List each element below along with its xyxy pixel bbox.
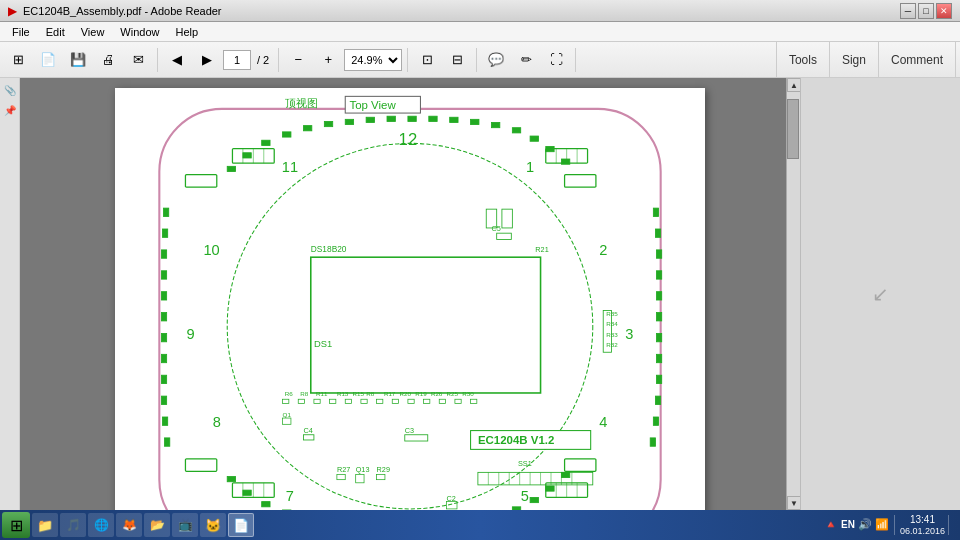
fit-page-button[interactable]: ⊡ <box>413 46 441 74</box>
taskbar-app-firefox[interactable]: 🦊 <box>116 513 142 537</box>
svg-rect-32 <box>243 490 251 495</box>
svg-text:R33: R33 <box>606 331 618 338</box>
svg-text:DS1: DS1 <box>314 338 332 349</box>
scroll-thumb[interactable] <box>787 99 799 159</box>
svg-rect-65 <box>656 292 661 300</box>
svg-rect-58 <box>161 396 166 404</box>
tray-icon-show-desktop[interactable] <box>948 515 954 535</box>
fit-width-button[interactable]: ⊟ <box>443 46 471 74</box>
toolbar-btn-2[interactable]: 📄 <box>34 46 62 74</box>
svg-rect-14 <box>243 153 251 158</box>
svg-rect-126 <box>377 474 385 479</box>
taskbar-app-tv[interactable]: 📺 <box>172 513 198 537</box>
menu-view[interactable]: View <box>73 22 113 41</box>
system-tray: 🔺 EN 🔊 📶 13:41 06.01.2016 <box>820 514 958 537</box>
tools-tab[interactable]: Tools <box>777 42 830 78</box>
toolbar-btn-1[interactable]: ⊞ <box>4 46 32 74</box>
svg-rect-124 <box>356 474 364 482</box>
zoom-select[interactable]: 24.9% 50% 100% <box>344 49 402 71</box>
svg-rect-118 <box>405 435 428 441</box>
svg-rect-31 <box>227 477 235 482</box>
sign-tab[interactable]: Sign <box>830 42 879 78</box>
zoom-out-button[interactable]: − <box>284 46 312 74</box>
svg-rect-108 <box>408 399 414 403</box>
comment-tab[interactable]: Comment <box>879 42 956 78</box>
nav-next-button[interactable]: ▶ <box>193 46 221 74</box>
toolbar-btn-3[interactable]: 💾 <box>64 46 92 74</box>
svg-rect-60 <box>165 438 170 446</box>
taskbar-app-cat[interactable]: 🐱 <box>200 513 226 537</box>
sidebar-icon-2[interactable]: 📌 <box>2 102 18 118</box>
svg-rect-112 <box>471 399 477 403</box>
svg-text:3: 3 <box>625 326 633 342</box>
right-panel: ↙ <box>800 78 960 510</box>
fullscreen-button[interactable]: ⛶ <box>542 46 570 74</box>
window-controls: ─ □ ✕ <box>900 3 952 19</box>
separator-1 <box>157 48 158 72</box>
svg-text:C5: C5 <box>491 224 500 233</box>
menu-window[interactable]: Window <box>112 22 167 41</box>
page-total: / 2 <box>253 54 273 66</box>
pdf-scrollbar: ▲ ▼ <box>786 78 800 510</box>
svg-text:9: 9 <box>187 326 195 342</box>
svg-text:R6: R6 <box>285 390 294 397</box>
taskbar-app-files[interactable]: 📂 <box>144 513 170 537</box>
svg-rect-76 <box>565 459 596 472</box>
svg-text:4: 4 <box>599 414 607 430</box>
tray-icon-volume[interactable]: 🔊 <box>858 518 872 531</box>
svg-text:11: 11 <box>282 159 298 175</box>
maximize-button[interactable]: □ <box>918 3 934 19</box>
tray-icon-network[interactable]: 📶 <box>875 518 889 531</box>
pdf-area: 12 1 2 3 4 5 6 7 8 9 10 <box>20 78 800 510</box>
nav-prev-button[interactable]: ◀ <box>163 46 191 74</box>
tray-icon-1[interactable]: 🔺 <box>824 518 838 531</box>
svg-text:R26: R26 <box>431 390 443 397</box>
svg-rect-107 <box>392 399 398 403</box>
menu-help[interactable]: Help <box>167 22 206 41</box>
title-bar: ▶ EC1204B_Assembly.pdf - Adobe Reader ─ … <box>0 0 960 22</box>
svg-rect-22 <box>408 116 416 121</box>
svg-rect-74 <box>565 175 596 188</box>
svg-text:5: 5 <box>521 488 529 504</box>
left-sidebar: 📎 📌 <box>0 78 20 510</box>
svg-rect-106 <box>377 399 383 403</box>
svg-rect-66 <box>656 313 661 321</box>
toolbar-btn-email[interactable]: ✉ <box>124 46 152 74</box>
minimize-button[interactable]: ─ <box>900 3 916 19</box>
svg-rect-63 <box>656 250 661 258</box>
taskbar-app-ie[interactable]: 🌐 <box>88 513 114 537</box>
svg-rect-20 <box>366 117 374 122</box>
menu-edit[interactable]: Edit <box>38 22 73 41</box>
start-button[interactable]: ⊞ <box>2 512 30 538</box>
svg-rect-28 <box>530 136 538 141</box>
language-indicator[interactable]: EN <box>841 519 855 530</box>
taskbar-app-media[interactable]: 🎵 <box>60 513 86 537</box>
svg-rect-18 <box>324 121 332 126</box>
svg-rect-82 <box>497 233 512 239</box>
markup-button[interactable]: ✏ <box>512 46 540 74</box>
clock: 13:41 06.01.2016 <box>900 514 945 537</box>
pdf-page: 12 1 2 3 4 5 6 7 8 9 10 <box>115 88 705 510</box>
svg-rect-110 <box>439 399 445 403</box>
svg-text:Q13: Q13 <box>356 465 370 474</box>
svg-text:DS18B20: DS18B20 <box>311 244 347 254</box>
page-number-input[interactable] <box>223 50 251 70</box>
menu-file[interactable]: File <box>4 22 38 41</box>
scroll-down-button[interactable]: ▼ <box>787 496 800 510</box>
close-button[interactable]: ✕ <box>936 3 952 19</box>
scroll-up-button[interactable]: ▲ <box>787 78 800 92</box>
svg-rect-59 <box>162 417 167 425</box>
zoom-in-button[interactable]: + <box>314 46 342 74</box>
svg-rect-109 <box>424 399 430 403</box>
svg-text:C4: C4 <box>303 426 312 435</box>
svg-text:1: 1 <box>526 159 534 175</box>
svg-text:R21: R21 <box>535 245 548 254</box>
svg-rect-116 <box>303 435 313 440</box>
svg-rect-69 <box>656 375 661 383</box>
sidebar-icon-1[interactable]: 📎 <box>2 82 18 98</box>
comment-button[interactable]: 💬 <box>482 46 510 74</box>
taskbar-app-adobe[interactable]: 📄 <box>228 513 254 537</box>
taskbar-app-explorer[interactable]: 📁 <box>32 513 58 537</box>
toolbar-btn-print[interactable]: 🖨 <box>94 46 122 74</box>
svg-rect-64 <box>656 271 661 279</box>
